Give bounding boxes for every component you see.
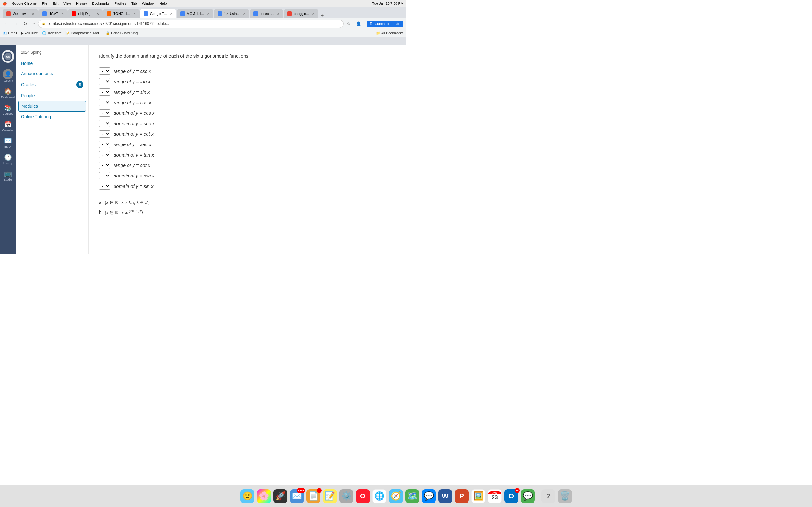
tab-label: (14) Doj... [78, 12, 93, 15]
avatar: 👤 [3, 69, 13, 79]
dropdown-1[interactable]: - [99, 67, 110, 75]
dashboard-icon: 🏠 [4, 88, 12, 95]
tab-chegg[interactable]: chegg.c... ✕ [284, 9, 318, 18]
tab-mom[interactable]: MOM 1.4... ✕ [177, 9, 213, 18]
help-menu[interactable]: Help [159, 2, 167, 5]
trig-label-9: domain of y = tan x [113, 152, 154, 158]
edit-menu[interactable]: Edit [52, 2, 58, 5]
tab-menu[interactable]: Tab [131, 2, 137, 5]
app-name[interactable]: Google Chrome [12, 2, 37, 5]
tab-gmail[interactable]: We'd lov... ✕ [3, 9, 38, 18]
history-label: History [3, 162, 12, 165]
tab-close[interactable]: ✕ [170, 12, 172, 15]
tab-close[interactable]: ✕ [61, 12, 64, 15]
sidebar-item-account[interactable]: 👤 Account [0, 66, 16, 85]
dropdown-11[interactable]: - [99, 172, 110, 179]
trig-row-3: - range of y = sin x [99, 89, 396, 96]
dropdown-12[interactable]: - [99, 182, 110, 190]
bookmarks-star[interactable]: ☆ [345, 20, 353, 27]
bookmark-portalguard[interactable]: 🔒 PortalGuard Singl... [106, 31, 142, 35]
tab-label: cosec -... [260, 12, 274, 15]
tab-close[interactable]: ✕ [277, 12, 280, 15]
tab-google[interactable]: Google T... ✕ [140, 9, 176, 18]
trig-row-2: - range of y = tan x [99, 78, 396, 85]
tab-youtube[interactable]: (14) Doj... ✕ [68, 9, 103, 18]
dropdown-4[interactable]: - [99, 99, 110, 106]
trig-row-10: - range of y = cot x [99, 162, 396, 169]
dropdown-7[interactable]: - [99, 130, 110, 137]
nav-home[interactable]: Home [16, 58, 89, 68]
nav-people[interactable]: People [16, 91, 89, 101]
tab-using[interactable]: 1.4 Usin... ✕ [214, 9, 249, 18]
sidebar-item-courses[interactable]: 📚 Courses [0, 101, 16, 118]
answer-text-b: {x ∈ ℝ | x ≠ (2k+1)π/... [105, 209, 147, 215]
tab-favicon [181, 11, 185, 16]
home-button[interactable]: ⌂ [31, 20, 37, 27]
sidebar-item-history[interactable]: 🕐 History [0, 151, 16, 167]
account-label: Account [3, 79, 13, 82]
window-menu[interactable]: Window [142, 2, 154, 5]
dropdown-10[interactable]: - [99, 162, 110, 169]
tab-close[interactable]: ✕ [207, 12, 210, 15]
tab-cosec[interactable]: cosec -... ✕ [250, 9, 284, 18]
view-menu[interactable]: View [63, 2, 71, 5]
relaunch-button[interactable]: Relaunch to update [367, 20, 403, 27]
dropdown-2[interactable]: - [99, 78, 110, 85]
tab-close[interactable]: ✕ [243, 12, 246, 15]
tab-close[interactable]: ✕ [96, 12, 99, 15]
tabs-bar: We'd lov... ✕ HCVT ✕ (14) Doj... ✕ TỔNG … [0, 7, 406, 18]
bookmark-paraphrasing[interactable]: 📝 Paraphrasing Tool... [65, 31, 102, 35]
trig-row-4: - range of y = cos x [99, 99, 396, 106]
sidebar-item-inbox[interactable]: ✉️ Inbox [0, 134, 16, 151]
dropdown-6[interactable]: - [99, 120, 110, 127]
sidebar-item-studio[interactable]: 📺 Studio [0, 167, 16, 184]
tab-tong[interactable]: TỔNG H... ✕ [103, 9, 139, 18]
sidebar-item-dashboard[interactable]: 🏠 Dashboard [0, 85, 16, 101]
tab-favicon [287, 11, 292, 16]
tab-label: We'd lov... [13, 12, 29, 15]
bookmarks-bar: 📧 Gmail ▶ YouTube 🌐 Translate 📝 Paraphra… [0, 29, 406, 38]
bookmark-translate[interactable]: 🌐 Translate [42, 31, 61, 35]
tab-close[interactable]: ✕ [312, 12, 315, 15]
sidebar-item-calendar[interactable]: 📅 Calendar [0, 118, 16, 134]
nav-modules[interactable]: Modules [18, 101, 86, 112]
dropdown-9[interactable]: - [99, 151, 110, 158]
tab-favicon [217, 11, 222, 16]
course-nav: 2024 Spring Home Announcements Grades 5 … [16, 45, 89, 253]
cerritos-logo: CC [1, 48, 15, 65]
tab-label: MOM 1.4... [187, 12, 204, 15]
trig-row-12: - domain of y = sin x [99, 182, 396, 190]
tab-close[interactable]: ✕ [133, 12, 136, 15]
courses-label: Courses [3, 112, 13, 115]
menu-bar: 🍎 Google Chrome File Edit View History B… [0, 0, 406, 7]
all-bookmarks[interactable]: 📁 All Bookmarks [376, 31, 403, 35]
reload-button[interactable]: ↻ [21, 20, 29, 27]
tab-label: Google T... [150, 12, 167, 15]
address-bar[interactable]: 🔒 cerritos.instructure.com/courses/79701… [38, 20, 343, 28]
bookmark-youtube[interactable]: ▶ YouTube [21, 31, 38, 35]
profile-button[interactable]: 👤 [354, 20, 363, 27]
dropdown-5[interactable]: - [99, 109, 110, 117]
dropdown-8[interactable]: - [99, 141, 110, 148]
apple-menu[interactable]: 🍎 [3, 2, 7, 6]
tab-favicon [6, 11, 11, 16]
bookmark-gmail[interactable]: 📧 Gmail [3, 31, 17, 35]
tab-close[interactable]: ✕ [32, 12, 34, 15]
trig-row-9: - domain of y = tan x [99, 151, 396, 158]
back-button[interactable]: ← [3, 20, 11, 27]
history-menu[interactable]: History [76, 2, 87, 5]
dropdown-3[interactable]: - [99, 89, 110, 96]
nav-announcements[interactable]: Announcements [16, 68, 89, 78]
trig-row-1: - range of y = csc x [99, 67, 396, 75]
nav-grades[interactable]: Grades 5 [16, 78, 89, 91]
tab-hcvt[interactable]: HCVT ✕ [38, 9, 67, 18]
profiles-menu[interactable]: Profiles [114, 2, 126, 5]
forward-button[interactable]: → [12, 20, 20, 27]
bookmarks-menu[interactable]: Bookmarks [92, 2, 109, 5]
new-tab-button[interactable]: + [319, 13, 325, 18]
trig-row-8: - range of y = sec x [99, 141, 396, 148]
nav-online-tutoring[interactable]: Online Tutoring [16, 112, 89, 122]
trig-label-8: range of y = sec x [113, 142, 151, 147]
trig-label-6: domain of y = sec x [113, 121, 155, 126]
file-menu[interactable]: File [42, 2, 48, 5]
